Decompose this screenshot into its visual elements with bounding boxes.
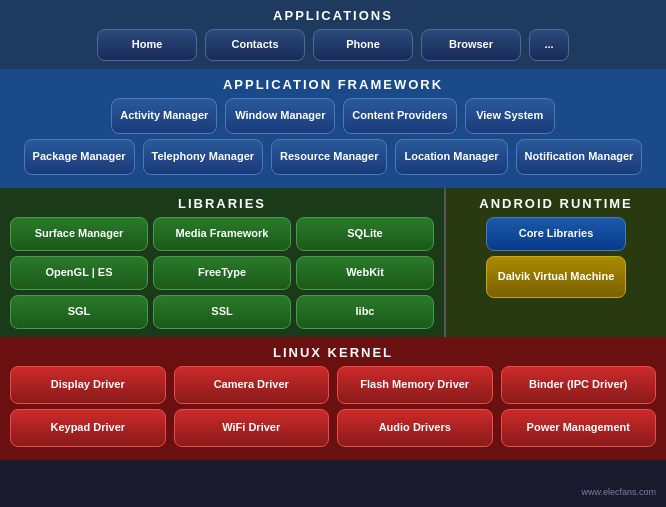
wifi-driver-button[interactable]: WiFi Driver bbox=[174, 409, 330, 447]
runtime-section: Android Runtime Core Libraries Dalvik Vi… bbox=[446, 188, 666, 337]
content-providers-button[interactable]: Content Providers bbox=[343, 98, 456, 134]
view-system-button[interactable]: View System bbox=[465, 98, 555, 134]
libraries-grid: Surface Manager Media Framework SQLite O… bbox=[10, 217, 434, 329]
camera-driver-button[interactable]: Camera Driver bbox=[174, 366, 330, 404]
power-management-button[interactable]: Power Management bbox=[501, 409, 657, 447]
opengl-es-button[interactable]: OpenGL | ES bbox=[10, 256, 148, 290]
freetype-button[interactable]: FreeType bbox=[153, 256, 291, 290]
more-button[interactable]: ... bbox=[529, 29, 569, 61]
applications-title: Applications bbox=[10, 8, 656, 23]
framework-row2: Package Manager Telephony Manager Resour… bbox=[10, 139, 656, 175]
telephony-manager-button[interactable]: Telephony Manager bbox=[143, 139, 263, 175]
contacts-button[interactable]: Contacts bbox=[205, 29, 305, 61]
applications-row: Home Contacts Phone Browser ... bbox=[10, 29, 656, 61]
libc-button[interactable]: libc bbox=[296, 295, 434, 329]
ssl-button[interactable]: SSL bbox=[153, 295, 291, 329]
activity-manager-button[interactable]: Activity Manager bbox=[111, 98, 217, 134]
core-libraries-button[interactable]: Core Libraries bbox=[486, 217, 626, 251]
sgl-button[interactable]: SGL bbox=[10, 295, 148, 329]
audio-drivers-button[interactable]: Audio Drivers bbox=[337, 409, 493, 447]
framework-row1: Activity Manager Window Manager Content … bbox=[10, 98, 656, 134]
kernel-section: Linux Kernel Display Driver Camera Drive… bbox=[0, 337, 666, 460]
kernel-title: Linux Kernel bbox=[10, 345, 656, 360]
package-manager-button[interactable]: Package Manager bbox=[24, 139, 135, 175]
notification-manager-button[interactable]: Notification Manager bbox=[516, 139, 643, 175]
sqlite-button[interactable]: SQLite bbox=[296, 217, 434, 251]
phone-button[interactable]: Phone bbox=[313, 29, 413, 61]
display-driver-button[interactable]: Display Driver bbox=[10, 366, 166, 404]
flash-memory-driver-button[interactable]: Flash Memory Driver bbox=[337, 366, 493, 404]
resource-manager-button[interactable]: Resource Manager bbox=[271, 139, 387, 175]
surface-manager-button[interactable]: Surface Manager bbox=[10, 217, 148, 251]
framework-title: Application Framework bbox=[10, 77, 656, 92]
home-button[interactable]: Home bbox=[97, 29, 197, 61]
framework-section: Application Framework Activity Manager W… bbox=[0, 69, 666, 188]
webkit-button[interactable]: WebKit bbox=[296, 256, 434, 290]
watermark: www.elecfans.com bbox=[581, 487, 656, 497]
dalvik-vm-button[interactable]: Dalvik Virtual Machine bbox=[486, 256, 626, 298]
runtime-grid: Core Libraries Dalvik Virtual Machine bbox=[456, 217, 656, 298]
libraries-runtime-section: Libraries Surface Manager Media Framewor… bbox=[0, 188, 666, 337]
kernel-row2: Keypad Driver WiFi Driver Audio Drivers … bbox=[10, 409, 656, 447]
location-manager-button[interactable]: Location Manager bbox=[395, 139, 507, 175]
libraries-title: Libraries bbox=[10, 196, 434, 211]
applications-section: Applications Home Contacts Phone Browser… bbox=[0, 0, 666, 69]
window-manager-button[interactable]: Window Manager bbox=[225, 98, 335, 134]
keypad-driver-button[interactable]: Keypad Driver bbox=[10, 409, 166, 447]
media-framework-button[interactable]: Media Framework bbox=[153, 217, 291, 251]
libraries-section: Libraries Surface Manager Media Framewor… bbox=[0, 188, 446, 337]
runtime-title: Android Runtime bbox=[456, 196, 656, 211]
kernel-row1: Display Driver Camera Driver Flash Memor… bbox=[10, 366, 656, 404]
binder-ipc-driver-button[interactable]: Binder (IPC Driver) bbox=[501, 366, 657, 404]
browser-button[interactable]: Browser bbox=[421, 29, 521, 61]
